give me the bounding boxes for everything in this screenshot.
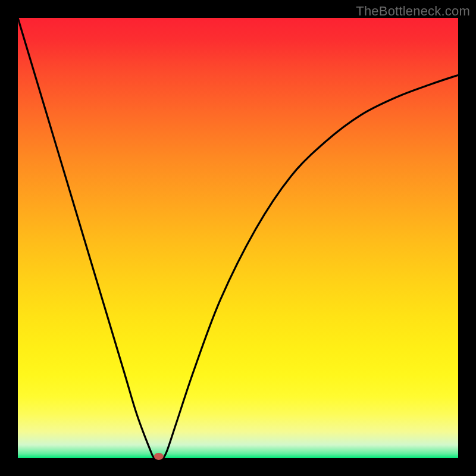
curve-svg	[18, 18, 458, 458]
plot-area	[18, 18, 458, 458]
chart-frame: TheBottleneck.com	[0, 0, 476, 476]
watermark-text: TheBottleneck.com	[356, 4, 470, 19]
minimum-marker	[154, 453, 164, 460]
bottleneck-curve	[18, 18, 458, 459]
